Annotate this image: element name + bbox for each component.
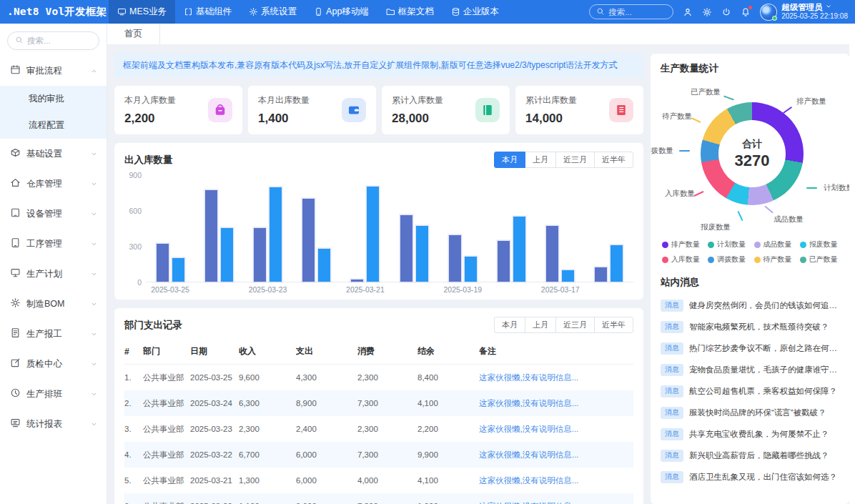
sidebar-item-工序管理[interactable]: 工序管理 [0,229,107,259]
legend-item-调拨数量[interactable]: 调拨数量 [708,255,747,265]
sidebar-submenu: 我的审批流程配置 [0,86,107,139]
message-item[interactable]: 消息热门综艺抄袭争议不断，原创之路在何方？ [661,337,839,359]
tab-home[interactable]: 首页 [107,24,160,44]
legend-item-入库数量[interactable]: 入库数量 [662,255,701,265]
message-item[interactable]: 消息宠物食品质量堪忧，毛孩子的健康谁守护？ [661,359,839,380]
cell: 公共事业部 [143,398,190,409]
y-tick-600: 600 [129,207,142,215]
legend-dot [708,257,714,263]
online-status-dot [772,16,777,21]
message-badge: 消息 [661,471,683,483]
message-item[interactable]: 消息健身房突然倒闭，会员们的钱该如何追回？ [661,295,839,316]
sidebar-item-生产计划[interactable]: 生产计划 [0,259,107,289]
sidebar-subitem-流程配置[interactable]: 流程配置 [0,112,107,139]
nav-item-label: App移动端 [326,6,369,18]
bar-group-2025-03-20 [390,215,438,282]
power-icon[interactable] [721,7,731,17]
nav-item-框架文档[interactable]: 框架文档 [377,0,443,24]
donut-label-报废数量: 报废数量 [701,222,731,232]
cell: 这家伙很懒,没有说明信息... [479,398,633,409]
message-item[interactable]: 消息服装快时尚品牌的环保“谎言”被戳破？ [661,402,839,423]
announcement-banner: 框架前端及文档重构版本发布,兼容原有版本代码及jsx写法,放开自定义扩展组件限制… [114,54,643,77]
user-menu[interactable]: 超级管理员 2025-03-25 22:19:08 [760,3,848,21]
sidebar-item-生产报工[interactable]: 生产报工 [0,319,107,349]
message-item[interactable]: 消息酒店卫生乱象又现，出门住宿该如何选？ [661,466,839,488]
nav-item-基础组件[interactable]: 基础组件 [175,0,240,24]
bar-series-1 [157,244,169,282]
filter-上月[interactable]: 上月 [525,152,556,168]
database-icon [451,7,460,16]
nav-item-系统设置[interactable]: 系统设置 [240,0,305,24]
x-label: 2025-03-23 [243,285,292,294]
app-logo[interactable]: .Net8 Vol开发框架 [0,0,109,24]
sidebar-item-仓库管理[interactable]: 仓库管理 [0,169,107,199]
sidebar-item-生产排班[interactable]: 生产排班 [0,379,107,409]
login-time: 2025-03-25 22:19:08 [781,12,848,21]
donut-label-line [691,117,701,123]
sidebar-subitem-我的审批[interactable]: 我的审批 [0,86,107,112]
message-text: 新兴职业高薪背后，隐藏着哪些挑战？ [689,450,829,461]
cell: 5. [124,476,143,485]
cell: 这家伙很懒,没有说明信息... [479,475,633,486]
sidebar-item-审批流程[interactable]: 审批流程 [0,56,107,86]
cell: 4,000 [357,476,417,485]
x-label [390,285,438,294]
col-#: # [124,347,143,357]
x-label: 2025-03-21 [341,285,390,294]
nav-item-MES业务[interactable]: MES业务 [109,0,175,24]
sidebar-item-质检中心[interactable]: 质检中心 [0,349,107,379]
scrollbar-track[interactable] [849,24,855,504]
legend-item-排产数量[interactable]: 排产数量 [662,239,701,249]
donut-label-排产数量: 排产数量 [796,97,826,107]
sidebar-item-label: 质检中心 [26,358,84,370]
filter-近三月[interactable]: 近三月 [555,317,595,333]
sidebar-item-label: 审批流程 [26,65,84,77]
cell: 8,900 [296,399,357,407]
sidebar-item-统计报表[interactable]: 统计报表 [0,409,107,439]
cell: 4,100 [417,476,479,485]
message-item[interactable]: 消息智能家电频繁死机，技术瓶颈待突破？ [661,316,839,337]
messages-title: 站内消息 [661,276,839,289]
cell: 这家伙很懒,没有说明信息... [479,424,633,435]
user-icon[interactable] [683,7,693,17]
header-search[interactable] [589,4,673,19]
col-消费: 消费 [357,345,417,357]
chevron-down-icon [90,360,98,368]
bell-icon[interactable] [741,7,751,17]
filter-本月[interactable]: 本月 [494,152,525,168]
book-icon [609,98,633,122]
stat-card-累计出库数量: 累计出库数量14,000 [515,86,643,134]
filter-上月[interactable]: 上月 [525,317,556,333]
filter-本月[interactable]: 本月 [494,317,525,333]
legend-item-成品数量[interactable]: 成品数量 [754,239,794,249]
stat-card-text: 本月入库数量2,200 [124,94,176,126]
legend-label: 报废数量 [809,239,838,249]
message-item[interactable]: 消息航空公司超售机票，乘客权益如何保障？ [661,380,839,402]
header-search-input[interactable] [608,8,666,16]
legend-item-待产数量[interactable]: 待产数量 [754,255,794,265]
legend-item-计划数量[interactable]: 计划数量 [708,239,747,249]
phone-icon [314,7,323,16]
sidebar-item-基础设置[interactable]: 基础设置 [0,139,107,169]
sidebar-search-input[interactable] [27,36,92,45]
legend-item-报废数量[interactable]: 报废数量 [800,239,839,249]
sidebar-item-label: 仓库管理 [26,178,84,190]
table-row: 3.公共事业部2025-03-232,3002,4002,3002,200这家伙… [124,416,633,442]
filter-近半年[interactable]: 近半年 [594,317,633,333]
bar-series-1 [546,226,558,282]
stat-label: 累计入库数量 [392,94,443,107]
filter-近半年[interactable]: 近半年 [594,152,633,168]
nav-item-App移动端[interactable]: App移动端 [305,0,377,24]
message-item[interactable]: 消息共享充电宝收费乱象，为何屡禁不止？ [661,423,839,445]
message-item[interactable]: 消息新兴职业高薪背后，隐藏着哪些挑战？ [661,445,839,466]
nav-item-企业版本[interactable]: 企业版本 [443,0,508,24]
legend-label: 计划数量 [717,239,746,249]
legend-dot [708,242,714,248]
legend-item-已产数量[interactable]: 已产数量 [800,255,839,265]
sidebar-item-制造BOM[interactable]: 制造BOM [0,289,107,319]
gear-icon[interactable] [702,7,712,17]
stat-card-累计入库数量: 累计入库数量28,000 [382,86,510,134]
table-row: 6.公共事业部2025-03-201,1009,6007,2001,900这家伙… [124,493,633,504]
filter-近三月[interactable]: 近三月 [555,152,595,168]
sidebar-item-设备管理[interactable]: 设备管理 [0,199,107,229]
